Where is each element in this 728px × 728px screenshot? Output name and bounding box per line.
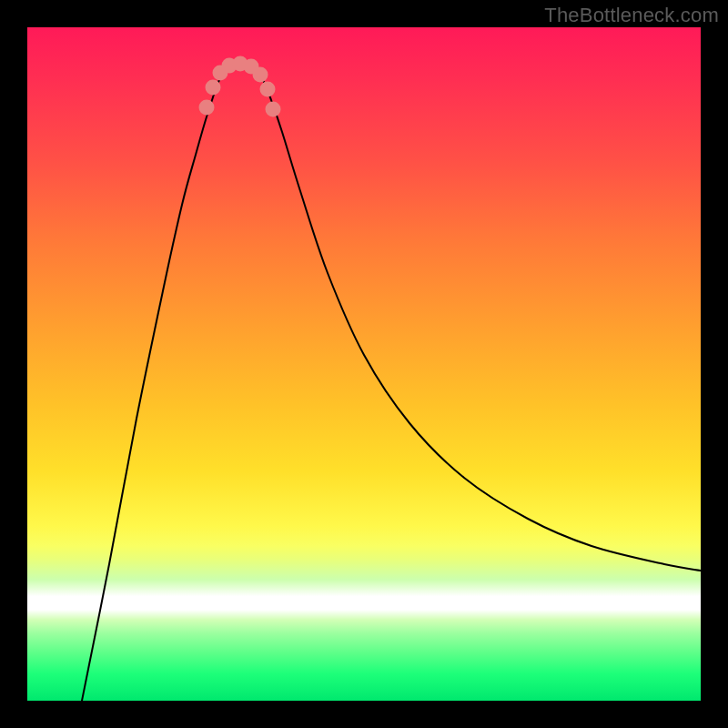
- curve-marker: [253, 67, 268, 83]
- curve-marker: [206, 80, 221, 96]
- curve-marker: [260, 82, 276, 97]
- chart-frame: TheBottleneck.com: [0, 0, 728, 728]
- curve-marker: [266, 102, 281, 117]
- bottleneck-curve: [82, 64, 701, 701]
- curve-marker: [199, 100, 215, 116]
- curve-svg: [27, 27, 701, 701]
- curve-marker-group: [199, 56, 281, 117]
- watermark-text: TheBottleneck.com: [544, 4, 719, 27]
- plot-area: [27, 27, 701, 701]
